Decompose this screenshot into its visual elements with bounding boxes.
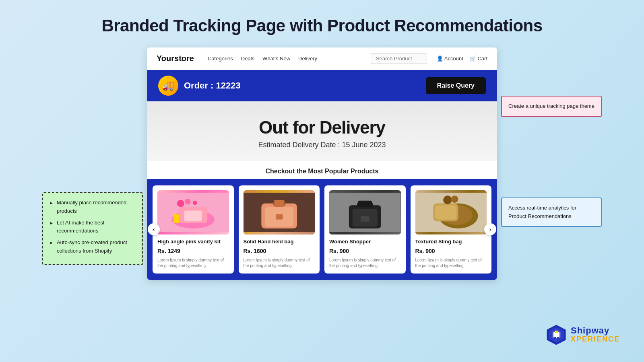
- product-desc-3: Lorem Ipsum is simply dummy text of the …: [329, 257, 401, 269]
- svg-point-6: [193, 201, 197, 205]
- svg-point-28: [451, 195, 458, 203]
- nav-link-categories[interactable]: Categories: [208, 56, 233, 62]
- order-title: Order : 12223: [184, 80, 241, 91]
- popular-title: Checkout the Most Popular Products: [266, 168, 379, 175]
- bullet-text-3: Auto-sync pre-created product collection…: [57, 239, 136, 255]
- svg-rect-35: [557, 337, 559, 339]
- nav-link-delivery[interactable]: Delivery: [298, 56, 317, 62]
- product-name-2: Solid Hand held bag: [244, 239, 315, 245]
- product-card-3[interactable]: Women Shopper Rs. 900 Lorem Ipsum is sim…: [324, 185, 406, 274]
- right-annotation-top: Create a unique tracking page theme: [501, 96, 602, 117]
- product-card-2[interactable]: Solid Hand held bag Rs. 1600 Lorem Ipsum…: [239, 185, 320, 274]
- delivery-status-text: Out for Delivery: [155, 117, 489, 138]
- shipway-sub: XPERIENCE: [571, 335, 620, 343]
- shipway-text-group: Shipway XPERIENCE: [571, 326, 620, 343]
- product-price-4: Rs. 900: [415, 248, 487, 254]
- right-annotations-container: Create a unique tracking page theme Acce…: [501, 96, 602, 227]
- shipway-logo: Shipway XPERIENCE: [545, 324, 620, 346]
- svg-rect-3: [184, 211, 202, 222]
- product-image-2: [244, 190, 315, 234]
- svg-point-4: [177, 200, 184, 207]
- right-annotation-top-text: Create a unique tracking page theme: [508, 103, 594, 109]
- svg-rect-33: [555, 331, 558, 333]
- cart-link[interactable]: 🛒 Cart: [470, 56, 487, 62]
- bullet-text-1: Manually place recommended products: [57, 199, 136, 216]
- bullet-arrow-3: ►: [50, 240, 54, 246]
- bullet-item-1: ► Manually place recommended products: [50, 199, 136, 216]
- right-annotation-bottom-text: Access real-time analytics for Product R…: [508, 205, 576, 219]
- product-price-3: Rs. 900: [329, 248, 401, 254]
- product-name-3: Women Shopper: [329, 239, 401, 245]
- product-price-1: Rs. 1249: [157, 248, 229, 254]
- carousel-next-button[interactable]: ›: [484, 223, 496, 235]
- product-name-1: High angle pink vanity kit: [157, 239, 229, 245]
- nav-link-whats-new[interactable]: What's New: [262, 56, 290, 62]
- store-logo: Yourstore: [157, 54, 194, 63]
- product-card-4[interactable]: Textured Sling bag Rs. 900 Lorem Ipsum i…: [411, 185, 492, 274]
- product-desc-1: Lorem Ipsum is simply dummy text of the …: [157, 257, 229, 269]
- svg-point-5: [185, 199, 190, 204]
- svg-rect-34: [554, 337, 556, 339]
- product-image-1: [157, 190, 229, 234]
- product-image-3: [329, 190, 401, 234]
- bullet-item-2: ► Let AI make the best recommendations: [50, 219, 136, 236]
- products-carousel: High angle pink vanity kit Rs. 1249 Lore…: [153, 185, 491, 274]
- product-price-2: Rs. 1600: [244, 248, 315, 254]
- bullet-text-2: Let AI make the best recommendations: [57, 219, 136, 236]
- raise-query-button[interactable]: Raise Query: [426, 77, 486, 94]
- shipway-name: Shipway: [571, 326, 620, 335]
- bullet-arrow-1: ►: [50, 200, 54, 206]
- product-desc-4: Lorem Ipsum is simply dummy text of the …: [415, 257, 487, 269]
- popular-section: Checkout the Most Popular Products: [147, 161, 497, 179]
- svg-rect-7: [173, 214, 179, 223]
- account-link[interactable]: 👤 Account: [437, 56, 463, 62]
- product-image-4: [415, 190, 487, 234]
- order-icon: 🚚: [158, 76, 178, 96]
- products-carousel-wrapper: ‹: [147, 179, 497, 280]
- carousel-prev-button[interactable]: ‹: [148, 223, 160, 235]
- product-name-4: Textured Sling bag: [415, 239, 487, 245]
- svg-rect-14: [275, 214, 283, 219]
- nav-links: Categories Deals What's New Delivery: [208, 56, 361, 62]
- svg-rect-11: [274, 200, 285, 207]
- product-card-1[interactable]: High angle pink vanity kit Rs. 1249 Lore…: [153, 185, 234, 274]
- bullet-arrow-2: ►: [50, 220, 54, 226]
- search-input[interactable]: [371, 53, 427, 64]
- svg-rect-18: [358, 201, 372, 207]
- delivery-icon: 🚚: [162, 80, 174, 91]
- svg-point-27: [443, 195, 452, 204]
- product-desc-2: Lorem Ipsum is simply dummy text of the …: [244, 257, 315, 269]
- svg-rect-21: [361, 216, 369, 222]
- right-annotation-bottom: Access real-time analytics for Product R…: [501, 197, 602, 227]
- nav-right: 👤 Account 🛒 Cart: [437, 56, 487, 62]
- svg-rect-26: [435, 205, 456, 220]
- order-left: 🚚 Order : 12223: [158, 76, 241, 96]
- store-nav: Yourstore Categories Deals What's New De…: [147, 47, 497, 70]
- page-title: Branded Tracking Page with Product Recom…: [0, 0, 644, 47]
- store-mockup: Yourstore Categories Deals What's New De…: [147, 47, 497, 280]
- shipway-icon-svg: [545, 324, 568, 346]
- delivery-date: Estimated Delivery Date : 15 June 2023: [155, 141, 489, 149]
- left-annotation-box: ► Manually place recommended products ► …: [42, 192, 143, 265]
- left-annotation-container: ► Manually place recommended products ► …: [42, 192, 143, 265]
- order-banner: 🚚 Order : 12223 Raise Query: [147, 70, 497, 101]
- nav-link-deals[interactable]: Deals: [241, 56, 254, 62]
- bullet-item-3: ► Auto-sync pre-created product collecti…: [50, 239, 136, 255]
- delivery-status-section: Out for Delivery Estimated Delivery Date…: [147, 101, 497, 161]
